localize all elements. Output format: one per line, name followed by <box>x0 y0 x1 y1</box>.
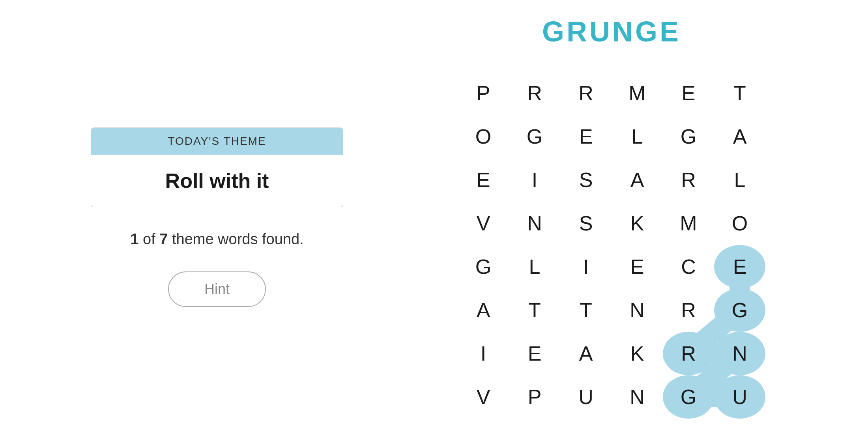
cell-1-3[interactable]: L <box>612 115 663 158</box>
cell-3-5[interactable]: O <box>714 202 765 245</box>
theme-label: TODAY'S THEME <box>168 135 266 147</box>
cell-3-1[interactable]: N <box>509 202 560 245</box>
left-panel: TODAY'S THEME Roll with it 1 of 7 theme … <box>39 127 395 307</box>
theme-card: TODAY'S THEME Roll with it <box>91 127 343 207</box>
cell-2-4[interactable]: R <box>663 158 714 202</box>
cell-0-1[interactable]: R <box>509 71 560 115</box>
cell-1-4[interactable]: G <box>663 115 714 158</box>
cell-5-5[interactable]: G <box>714 288 765 332</box>
cell-5-0[interactable]: A <box>458 288 509 332</box>
grid-wrapper: PRRMETOGELGAEISARLVNSKMOGLIECEATTNRGIEAK… <box>458 71 765 419</box>
cell-3-2[interactable]: S <box>560 202 612 245</box>
progress-of: of <box>143 231 159 247</box>
cell-5-2[interactable]: T <box>560 288 612 332</box>
cell-0-2[interactable]: R <box>560 71 612 115</box>
cell-5-1[interactable]: T <box>509 288 560 332</box>
cell-2-3[interactable]: A <box>612 158 663 202</box>
cell-4-0[interactable]: G <box>458 245 509 288</box>
hint-button[interactable]: Hint <box>168 271 266 307</box>
cell-7-4[interactable]: G <box>663 375 714 419</box>
cell-1-2[interactable]: E <box>560 115 612 158</box>
cell-1-1[interactable]: G <box>509 115 560 158</box>
cell-7-5[interactable]: U <box>714 375 765 419</box>
count-found: 1 <box>130 231 138 247</box>
cell-7-0[interactable]: V <box>458 375 509 419</box>
cell-5-3[interactable]: N <box>612 288 663 332</box>
puzzle-title: GRUNGE <box>542 15 681 48</box>
cell-3-0[interactable]: V <box>458 202 509 245</box>
cell-7-3[interactable]: N <box>612 375 663 419</box>
count-total: 7 <box>159 231 168 247</box>
cell-4-3[interactable]: E <box>612 245 663 288</box>
theme-card-header: TODAY'S THEME <box>91 128 343 155</box>
cell-0-0[interactable]: P <box>458 71 509 115</box>
progress-suffix: theme words found. <box>172 231 304 247</box>
theme-title: Roll with it <box>165 169 269 192</box>
progress-text: 1 of 7 theme words found. <box>130 231 303 248</box>
cell-2-1[interactable]: I <box>509 158 560 202</box>
cell-6-4[interactable]: R <box>663 332 714 375</box>
main-container: TODAY'S THEME Roll with it 1 of 7 theme … <box>0 0 868 434</box>
cell-6-1[interactable]: E <box>509 332 560 375</box>
right-panel: GRUNGE PRRMETOGELGAEISARLVNSKMOGLIECEATT… <box>395 15 829 419</box>
cell-4-2[interactable]: I <box>560 245 612 288</box>
cell-0-4[interactable]: E <box>663 71 714 115</box>
cell-0-5[interactable]: T <box>714 71 765 115</box>
cell-3-3[interactable]: K <box>612 202 663 245</box>
cell-4-4[interactable]: C <box>663 245 714 288</box>
cell-2-0[interactable]: E <box>458 158 509 202</box>
cell-7-1[interactable]: P <box>509 375 560 419</box>
cell-6-0[interactable]: I <box>458 332 509 375</box>
cell-6-3[interactable]: K <box>612 332 663 375</box>
cell-1-5[interactable]: A <box>714 115 765 158</box>
cell-2-5[interactable]: L <box>714 158 765 202</box>
cell-1-0[interactable]: O <box>458 115 509 158</box>
cell-7-2[interactable]: U <box>560 375 612 419</box>
cell-4-5[interactable]: E <box>714 245 765 288</box>
cell-5-4[interactable]: R <box>663 288 714 332</box>
cell-2-2[interactable]: S <box>560 158 612 202</box>
cell-4-1[interactable]: L <box>509 245 560 288</box>
cell-3-4[interactable]: M <box>663 202 714 245</box>
cell-6-5[interactable]: N <box>714 332 765 375</box>
cell-6-2[interactable]: A <box>560 332 612 375</box>
theme-card-body: Roll with it <box>91 155 343 207</box>
cell-0-3[interactable]: M <box>612 71 663 115</box>
letter-grid: PRRMETOGELGAEISARLVNSKMOGLIECEATTNRGIEAK… <box>458 71 765 419</box>
